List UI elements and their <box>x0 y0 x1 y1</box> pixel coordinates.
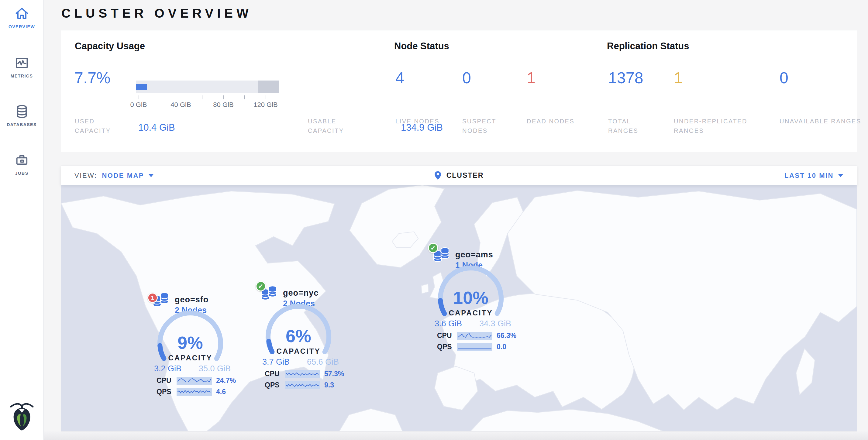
sidebar-item-jobs[interactable]: JOBS <box>0 153 43 176</box>
cpu-sparkline <box>177 377 212 385</box>
qps-value: 0.0 <box>497 343 506 351</box>
briefcase-icon <box>14 153 29 168</box>
qps-sparkline <box>457 343 492 351</box>
cpu-label: CPU <box>265 370 281 378</box>
live-nodes-label: LIVE NODES <box>395 117 447 126</box>
node-map-marker-sfo[interactable]: 1 geo=sfo 2 Nodes <box>150 291 238 396</box>
cpu-value: 24.7% <box>216 376 236 385</box>
qps-value: 4.6 <box>216 388 226 396</box>
locality-name: geo=ams <box>455 250 493 259</box>
suspect-nodes-count: 0 <box>462 69 471 87</box>
location-pin-icon <box>434 171 442 180</box>
bottom-scroll-band <box>44 432 868 440</box>
alert-badge: 1 <box>147 293 158 303</box>
breadcrumb[interactable]: CLUSTER <box>434 166 484 185</box>
used-capacity-label: USED CAPACITY <box>75 117 128 135</box>
healthy-check-badge: ✓ <box>256 281 266 291</box>
capacity-label: CAPACITY <box>262 347 335 355</box>
tick-label: 80 GiB <box>213 101 234 109</box>
capacity-bar-ticks <box>136 95 279 100</box>
capacity-percent: 6% <box>262 326 335 346</box>
sidebar-item-label: OVERVIEW <box>0 24 43 29</box>
metrics-icon <box>14 55 29 70</box>
sidebar-item-label: DATABASES <box>0 122 43 127</box>
chevron-down-icon <box>838 174 843 177</box>
under-replicated-ranges-count: 1 <box>674 69 683 87</box>
cpu-sparkline <box>285 370 320 378</box>
node-status-title: Node Status <box>394 41 449 52</box>
view-selector[interactable]: NODE MAP <box>102 172 154 180</box>
breadcrumb-label: CLUSTER <box>446 171 484 180</box>
home-icon <box>14 6 29 21</box>
time-range-selector[interactable]: LAST 10 MIN <box>784 166 843 185</box>
chevron-down-icon <box>148 174 154 177</box>
sidebar-item-label: METRICS <box>0 73 43 78</box>
capacity-used-percent: 7.7% <box>74 69 111 87</box>
capacity-usage-title: Capacity Usage <box>75 41 145 52</box>
total-ranges-label: TOTAL RANGES <box>608 117 660 135</box>
capacity-gauge: 10% CAPACITY <box>434 265 507 323</box>
qps-label: QPS <box>437 343 453 351</box>
capacity-bar <box>136 81 279 93</box>
under-replicated-ranges-label: UNDER-REPLICATED RANGES <box>674 117 768 135</box>
used-capacity-value: 10.4 GiB <box>138 122 175 133</box>
capacity-percent: 10% <box>434 287 507 308</box>
page-header: CLUSTER OVERVIEW <box>44 0 868 30</box>
node-map-marker-ams[interactable]: ✓ geo=ams 1 Node <box>430 246 519 351</box>
replication-status-title: Replication Status <box>607 41 689 52</box>
total-ranges-count: 1378 <box>608 69 643 87</box>
qps-sparkline <box>177 388 212 396</box>
capacity-gauge: 9% CAPACITY <box>154 310 227 368</box>
sidebar-item-label: JOBS <box>0 171 43 176</box>
capacity-label: CAPACITY <box>154 354 227 362</box>
qps-label: QPS <box>157 388 172 396</box>
locality-name: geo=nyc <box>283 288 318 298</box>
cluster-summary-panel: Capacity Usage 7.7% 0 GiB 40 GiB 80 GiB … <box>61 30 857 152</box>
database-icon <box>14 104 29 119</box>
world-map: 1 geo=sfo 2 Nodes <box>61 185 857 431</box>
capacity-label: CAPACITY <box>434 309 507 317</box>
sidebar-item-overview[interactable]: OVERVIEW <box>0 6 43 29</box>
capacity-gauge: 6% CAPACITY <box>262 303 335 361</box>
dead-nodes-count: 1 <box>527 69 535 87</box>
locality-name: geo=sfo <box>175 295 209 305</box>
live-nodes-count: 4 <box>395 69 404 87</box>
time-range-value: LAST 10 MIN <box>784 172 834 180</box>
tick-label: 40 GiB <box>170 101 191 109</box>
cpu-label: CPU <box>437 332 453 340</box>
sidebar: OVERVIEW METRICS DATABASES <box>0 0 44 440</box>
page-title: CLUSTER OVERVIEW <box>61 6 252 21</box>
capacity-bar-used-segment <box>136 84 147 90</box>
tick-label: 0 GiB <box>130 101 147 109</box>
suspect-nodes-label: SUSPECT NODES <box>462 117 514 135</box>
cpu-label: CPU <box>157 376 172 385</box>
dead-nodes-label: DEAD NODES <box>527 117 578 126</box>
node-map-panel: VIEW: NODE MAP CLUSTER LAST 10 MIN <box>61 166 857 432</box>
map-toolbar: VIEW: NODE MAP CLUSTER LAST 10 MIN <box>61 166 857 185</box>
qps-value: 9.3 <box>324 381 334 389</box>
node-map-marker-nyc[interactable]: ✓ geo=nyc 2 Nodes <box>258 284 346 389</box>
tick-label: 120 GiB <box>253 101 278 109</box>
cpu-value: 66.3% <box>497 332 516 340</box>
usable-capacity-label: USABLE CAPACITY <box>308 117 361 135</box>
unavailable-ranges-count: 0 <box>780 69 788 87</box>
capacity-percent: 9% <box>154 333 227 353</box>
qps-label: QPS <box>265 381 281 389</box>
view-selector-value: NODE MAP <box>102 172 144 180</box>
cpu-sparkline <box>457 332 492 340</box>
unavailable-ranges-label: UNAVAILABLE RANGES <box>780 117 865 126</box>
capacity-bar-nonusable-segment <box>258 81 279 93</box>
healthy-check-badge: ✓ <box>428 243 438 253</box>
cockroachdb-logo <box>0 401 43 433</box>
sidebar-item-metrics[interactable]: METRICS <box>0 55 43 78</box>
view-label: VIEW: <box>74 172 97 180</box>
sidebar-item-databases[interactable]: DATABASES <box>0 104 43 127</box>
cpu-value: 57.3% <box>324 370 344 378</box>
qps-sparkline <box>285 381 320 389</box>
